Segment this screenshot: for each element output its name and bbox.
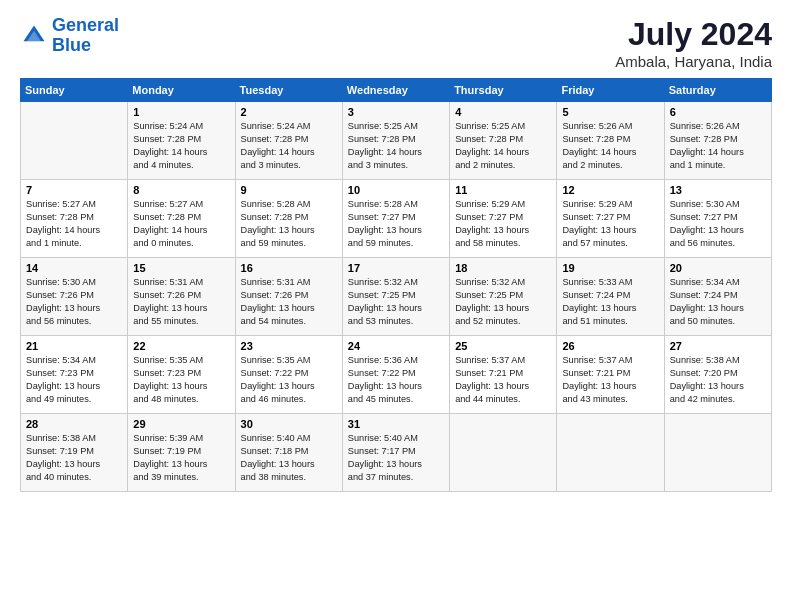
day-number: 3 [348,106,444,118]
day-cell: 24Sunrise: 5:36 AMSunset: 7:22 PMDayligh… [342,336,449,414]
day-number: 2 [241,106,337,118]
day-number: 7 [26,184,122,196]
day-info: Sunrise: 5:33 AMSunset: 7:24 PMDaylight:… [562,276,658,328]
day-number: 5 [562,106,658,118]
day-number: 20 [670,262,766,274]
day-cell: 27Sunrise: 5:38 AMSunset: 7:20 PMDayligh… [664,336,771,414]
day-info: Sunrise: 5:30 AMSunset: 7:27 PMDaylight:… [670,198,766,250]
day-number: 26 [562,340,658,352]
logo-icon [20,22,48,50]
col-friday: Friday [557,79,664,102]
week-row-1: 1Sunrise: 5:24 AMSunset: 7:28 PMDaylight… [21,102,772,180]
day-info: Sunrise: 5:35 AMSunset: 7:23 PMDaylight:… [133,354,229,406]
col-wednesday: Wednesday [342,79,449,102]
day-number: 21 [26,340,122,352]
day-cell: 23Sunrise: 5:35 AMSunset: 7:22 PMDayligh… [235,336,342,414]
day-cell: 15Sunrise: 5:31 AMSunset: 7:26 PMDayligh… [128,258,235,336]
day-number: 30 [241,418,337,430]
day-number: 11 [455,184,551,196]
week-row-4: 21Sunrise: 5:34 AMSunset: 7:23 PMDayligh… [21,336,772,414]
day-info: Sunrise: 5:39 AMSunset: 7:19 PMDaylight:… [133,432,229,484]
day-cell: 14Sunrise: 5:30 AMSunset: 7:26 PMDayligh… [21,258,128,336]
day-number: 25 [455,340,551,352]
day-cell: 13Sunrise: 5:30 AMSunset: 7:27 PMDayligh… [664,180,771,258]
day-number: 17 [348,262,444,274]
day-cell: 29Sunrise: 5:39 AMSunset: 7:19 PMDayligh… [128,414,235,492]
day-cell: 1Sunrise: 5:24 AMSunset: 7:28 PMDaylight… [128,102,235,180]
logo-line1: General [52,15,119,35]
day-info: Sunrise: 5:31 AMSunset: 7:26 PMDaylight:… [133,276,229,328]
day-number: 10 [348,184,444,196]
day-number: 27 [670,340,766,352]
day-info: Sunrise: 5:34 AMSunset: 7:24 PMDaylight:… [670,276,766,328]
day-info: Sunrise: 5:24 AMSunset: 7:28 PMDaylight:… [133,120,229,172]
day-cell: 5Sunrise: 5:26 AMSunset: 7:28 PMDaylight… [557,102,664,180]
week-row-2: 7Sunrise: 5:27 AMSunset: 7:28 PMDaylight… [21,180,772,258]
day-number: 8 [133,184,229,196]
day-number: 15 [133,262,229,274]
logo-text: General Blue [52,16,119,56]
day-number: 12 [562,184,658,196]
day-info: Sunrise: 5:32 AMSunset: 7:25 PMDaylight:… [455,276,551,328]
day-cell: 11Sunrise: 5:29 AMSunset: 7:27 PMDayligh… [450,180,557,258]
day-info: Sunrise: 5:40 AMSunset: 7:17 PMDaylight:… [348,432,444,484]
day-info: Sunrise: 5:27 AMSunset: 7:28 PMDaylight:… [26,198,122,250]
day-number: 6 [670,106,766,118]
day-cell: 10Sunrise: 5:28 AMSunset: 7:27 PMDayligh… [342,180,449,258]
day-info: Sunrise: 5:25 AMSunset: 7:28 PMDaylight:… [455,120,551,172]
col-monday: Monday [128,79,235,102]
day-cell: 21Sunrise: 5:34 AMSunset: 7:23 PMDayligh… [21,336,128,414]
day-number: 16 [241,262,337,274]
day-number: 9 [241,184,337,196]
day-info: Sunrise: 5:34 AMSunset: 7:23 PMDaylight:… [26,354,122,406]
week-row-5: 28Sunrise: 5:38 AMSunset: 7:19 PMDayligh… [21,414,772,492]
day-info: Sunrise: 5:28 AMSunset: 7:27 PMDaylight:… [348,198,444,250]
location: Ambala, Haryana, India [615,53,772,70]
day-number: 28 [26,418,122,430]
col-saturday: Saturday [664,79,771,102]
day-info: Sunrise: 5:28 AMSunset: 7:28 PMDaylight:… [241,198,337,250]
day-info: Sunrise: 5:27 AMSunset: 7:28 PMDaylight:… [133,198,229,250]
day-number: 22 [133,340,229,352]
day-cell: 30Sunrise: 5:40 AMSunset: 7:18 PMDayligh… [235,414,342,492]
day-cell: 2Sunrise: 5:24 AMSunset: 7:28 PMDaylight… [235,102,342,180]
day-cell: 4Sunrise: 5:25 AMSunset: 7:28 PMDaylight… [450,102,557,180]
day-number: 14 [26,262,122,274]
logo: General Blue [20,16,119,56]
day-info: Sunrise: 5:37 AMSunset: 7:21 PMDaylight:… [455,354,551,406]
page: General Blue July 2024 Ambala, Haryana, … [0,0,792,612]
month-title: July 2024 [615,16,772,53]
day-info: Sunrise: 5:26 AMSunset: 7:28 PMDaylight:… [670,120,766,172]
day-info: Sunrise: 5:26 AMSunset: 7:28 PMDaylight:… [562,120,658,172]
day-cell [21,102,128,180]
day-info: Sunrise: 5:31 AMSunset: 7:26 PMDaylight:… [241,276,337,328]
logo-line2: Blue [52,35,91,55]
day-number: 31 [348,418,444,430]
day-cell: 19Sunrise: 5:33 AMSunset: 7:24 PMDayligh… [557,258,664,336]
day-cell: 9Sunrise: 5:28 AMSunset: 7:28 PMDaylight… [235,180,342,258]
day-cell: 12Sunrise: 5:29 AMSunset: 7:27 PMDayligh… [557,180,664,258]
day-cell: 17Sunrise: 5:32 AMSunset: 7:25 PMDayligh… [342,258,449,336]
day-cell: 7Sunrise: 5:27 AMSunset: 7:28 PMDaylight… [21,180,128,258]
day-info: Sunrise: 5:30 AMSunset: 7:26 PMDaylight:… [26,276,122,328]
calendar-table: Sunday Monday Tuesday Wednesday Thursday… [20,78,772,492]
day-number: 29 [133,418,229,430]
day-cell: 25Sunrise: 5:37 AMSunset: 7:21 PMDayligh… [450,336,557,414]
day-info: Sunrise: 5:36 AMSunset: 7:22 PMDaylight:… [348,354,444,406]
calendar-body: 1Sunrise: 5:24 AMSunset: 7:28 PMDaylight… [21,102,772,492]
col-thursday: Thursday [450,79,557,102]
calendar-header: Sunday Monday Tuesday Wednesday Thursday… [21,79,772,102]
day-number: 19 [562,262,658,274]
day-cell: 8Sunrise: 5:27 AMSunset: 7:28 PMDaylight… [128,180,235,258]
header: General Blue July 2024 Ambala, Haryana, … [20,16,772,70]
day-cell: 20Sunrise: 5:34 AMSunset: 7:24 PMDayligh… [664,258,771,336]
day-cell: 18Sunrise: 5:32 AMSunset: 7:25 PMDayligh… [450,258,557,336]
col-sunday: Sunday [21,79,128,102]
week-row-3: 14Sunrise: 5:30 AMSunset: 7:26 PMDayligh… [21,258,772,336]
day-info: Sunrise: 5:29 AMSunset: 7:27 PMDaylight:… [455,198,551,250]
day-info: Sunrise: 5:25 AMSunset: 7:28 PMDaylight:… [348,120,444,172]
col-tuesday: Tuesday [235,79,342,102]
day-info: Sunrise: 5:40 AMSunset: 7:18 PMDaylight:… [241,432,337,484]
day-number: 23 [241,340,337,352]
day-info: Sunrise: 5:24 AMSunset: 7:28 PMDaylight:… [241,120,337,172]
